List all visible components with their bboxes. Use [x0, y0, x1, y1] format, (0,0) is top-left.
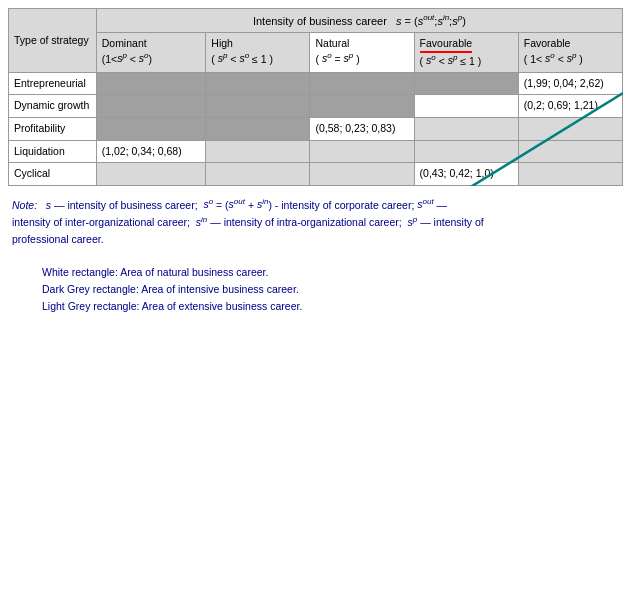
row-cyclical: Cyclical (0,43; 0,42; 1,0) — [9, 163, 623, 186]
favourable-label: Favourable — [420, 37, 473, 53]
intensity-label: Intensity of business career s = (sout;s… — [253, 15, 466, 27]
col-favorable-header: Favorable ( 1< so < sp ) — [518, 32, 622, 72]
cell-p-favorable — [518, 118, 622, 141]
natural-formula: ( so = sp ) — [315, 52, 359, 64]
col-natural-header: Natural ( so = sp ) — [310, 32, 414, 72]
value-profitability: (0,58; 0,23; 0,83) — [315, 122, 395, 134]
favorable-label: Favorable — [524, 37, 571, 49]
cell-e-favourable — [414, 72, 518, 95]
note-text-2: intensity of inter-organizational career… — [12, 213, 623, 230]
dominant-formula: (1<sp < so) — [102, 52, 152, 64]
cell-e-favorable: (1,99; 0,04; 2,62) — [518, 72, 622, 95]
value-cyclical: (0,43; 0,42; 1,0) — [420, 167, 494, 179]
row-label-cyclical: Cyclical — [9, 163, 97, 186]
cell-d-favorable: (0,2; 0,69; 1,21) — [518, 95, 622, 118]
note-section: Note: s — intensity of business career; … — [8, 196, 623, 315]
row-dynamic-growth: Dynamic growth (0,2; 0,69; 1,21) — [9, 95, 623, 118]
strategy-type-label: Type of strategy — [14, 34, 89, 46]
cell-e-dominant — [96, 72, 206, 95]
note-text: Note: s — intensity of business career; … — [12, 196, 623, 213]
cell-d-natural — [310, 95, 414, 118]
cell-l-high — [206, 140, 310, 163]
row-profitability: Profitability (0,58; 0,23; 0,83) — [9, 118, 623, 141]
cell-p-dominant — [96, 118, 206, 141]
row-label-dynamic: Dynamic growth — [9, 95, 97, 118]
row-label-profitability: Profitability — [9, 118, 97, 141]
col-high-header: High ( sp < so ≤ 1 ) — [206, 32, 310, 72]
cell-l-favourable — [414, 140, 518, 163]
cell-c-favorable — [518, 163, 622, 186]
cell-d-high — [206, 95, 310, 118]
intensity-header: Intensity of business career s = (sout;s… — [96, 9, 622, 33]
cell-l-favorable — [518, 140, 622, 163]
note-intro: Note: s — [12, 198, 51, 210]
row-liquidation: Liquidation (1,02; 0,34; 0,68) — [9, 140, 623, 163]
row-label-liquidation: Liquidation — [9, 140, 97, 163]
empty-header-cell: Type of strategy — [9, 9, 97, 73]
cell-p-favourable — [414, 118, 518, 141]
legend-dark: Dark Grey rectangle: Area of intensive b… — [42, 281, 623, 298]
legend-light: Light Grey rectangle: Area of extensive … — [42, 298, 623, 315]
strategy-matrix-table: Type of strategy Intensity of business c… — [8, 8, 623, 186]
cell-p-high — [206, 118, 310, 141]
cell-c-favourable: (0,43; 0,42; 1,0) — [414, 163, 518, 186]
high-label: High — [211, 37, 233, 49]
favourable-formula: ( so < sp ≤ 1 ) — [420, 54, 482, 66]
favorable-formula: ( 1< so < sp ) — [524, 52, 583, 64]
cell-c-dominant — [96, 163, 206, 186]
cell-e-high — [206, 72, 310, 95]
value-liquidation: (1,02; 0,34; 0,68) — [102, 145, 182, 157]
cell-c-high — [206, 163, 310, 186]
value-entrepreneurial: (1,99; 0,04; 2,62) — [524, 77, 604, 89]
cell-d-favourable — [414, 95, 518, 118]
row-entrepreneurial: Entrepreneurial (1,99; 0,04; 2,62) — [9, 72, 623, 95]
col-dominant-header: Dominant (1<sp < so) — [96, 32, 206, 72]
matrix-table-wrapper: Type of strategy Intensity of business c… — [8, 8, 623, 186]
row-label-entrepreneurial: Entrepreneurial — [9, 72, 97, 95]
cell-e-natural — [310, 72, 414, 95]
high-formula: ( sp < so ≤ 1 ) — [211, 52, 273, 64]
value-dynamic: (0,2; 0,69; 1,21) — [524, 99, 598, 111]
col-favourable-header: Favourable ( so < sp ≤ 1 ) — [414, 32, 518, 72]
cell-l-dominant: (1,02; 0,34; 0,68) — [96, 140, 206, 163]
cell-d-dominant — [96, 95, 206, 118]
cell-l-natural — [310, 140, 414, 163]
legend-white: White rectangle: Area of natural busines… — [42, 264, 623, 281]
cell-c-natural — [310, 163, 414, 186]
note-text-3: professional career. — [12, 231, 623, 248]
dominant-label: Dominant — [102, 37, 147, 49]
natural-label: Natural — [315, 37, 349, 49]
cell-p-natural: (0,58; 0,23; 0,83) — [310, 118, 414, 141]
